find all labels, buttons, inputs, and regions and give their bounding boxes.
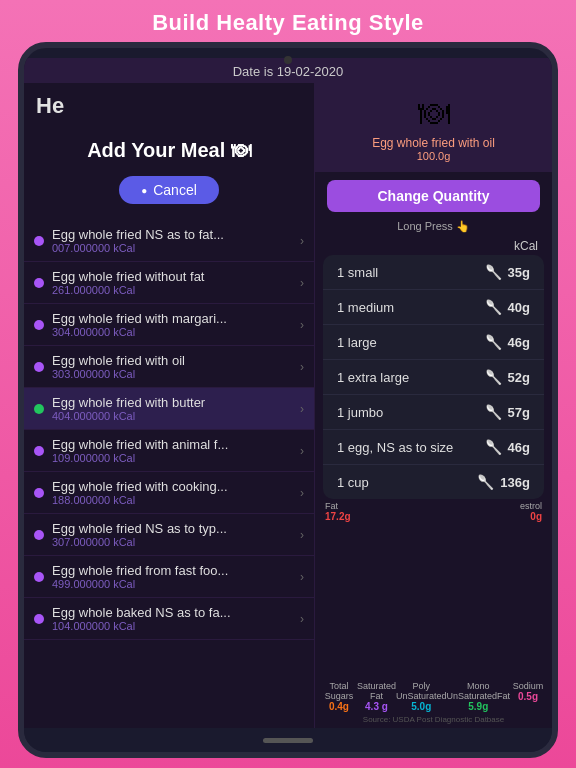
food-list-item[interactable]: Egg whole baked NS as to fa... 104.00000… <box>24 598 314 640</box>
add-meal-title: Add Your Meal 🍽 <box>34 139 304 162</box>
food-list-item[interactable]: Egg whole fried from fast foo... 499.000… <box>24 556 314 598</box>
fat-value: 17.2g <box>325 511 351 522</box>
qty-emoji: 🥄 <box>485 369 502 385</box>
nutrition-label: Saturated Fat <box>357 681 396 701</box>
qty-item[interactable]: 1 cup 🥄 136g <box>323 465 544 499</box>
food-item-content: Egg whole baked NS as to fa... 104.00000… <box>52 605 296 632</box>
food-list-item[interactable]: Egg whole fried with cooking... 188.0000… <box>24 472 314 514</box>
nutrition-value: 4.3 g <box>365 701 388 712</box>
nutrition-value: 5.0g <box>411 701 431 712</box>
qty-dropdown: 1 small 🥄 35g 1 medium 🥄 40g 1 large 🥄 4… <box>323 255 544 499</box>
qty-value: 52g <box>508 370 530 385</box>
qty-item[interactable]: 1 medium 🥄 40g <box>323 290 544 325</box>
qty-right: 🥄 52g <box>485 369 530 385</box>
food-list-item[interactable]: Egg whole fried NS as to typ... 307.0000… <box>24 514 314 556</box>
qty-emoji: 🥄 <box>477 474 494 490</box>
food-item-name: Egg whole fried with butter <box>52 395 296 410</box>
food-item-content: Egg whole fried with butter 404.000000 k… <box>52 395 296 422</box>
header-title: Build Healty Eating Style <box>152 0 424 42</box>
food-item-dot <box>34 320 44 330</box>
nutrition-value: 0.4g <box>329 701 349 712</box>
tablet-notch <box>284 56 292 64</box>
food-item-name: Egg whole fried with oil <box>52 353 296 368</box>
food-list-item[interactable]: Egg whole fried NS as to fat... 007.0000… <box>24 220 314 262</box>
food-item-kcal: 109.000000 kCal <box>52 452 296 464</box>
food-detail-top: 🍽 Egg whole fried with oil 100.0g <box>315 83 552 172</box>
food-item-kcal: 404.000000 kCal <box>52 410 296 422</box>
qty-value: 136g <box>500 475 530 490</box>
tablet-frame: Date is 19-02-2020 He Add Your Meal 🍽 Ca… <box>18 42 558 758</box>
food-detail-name: Egg whole fried with oil <box>372 136 495 150</box>
food-item-kcal: 304.000000 kCal <box>52 326 296 338</box>
food-item-dot <box>34 404 44 414</box>
food-item-content: Egg whole fried with cooking... 188.0000… <box>52 479 296 506</box>
qty-label: 1 cup <box>337 475 369 490</box>
qty-item[interactable]: 1 large 🥄 46g <box>323 325 544 360</box>
qty-item[interactable]: 1 small 🥄 35g <box>323 255 544 290</box>
qty-value: 57g <box>508 405 530 420</box>
qty-right: 🥄 136g <box>477 474 530 490</box>
food-item-dot <box>34 530 44 540</box>
qty-value: 40g <box>508 300 530 315</box>
food-item-name: Egg whole fried without fat <box>52 269 296 284</box>
food-item-content: Egg whole fried without fat 261.000000 k… <box>52 269 296 296</box>
food-list: Egg whole fried NS as to fat... 007.0000… <box>24 216 314 728</box>
long-press-label: Long Press 👆 <box>315 220 552 233</box>
food-item-dot <box>34 236 44 246</box>
food-item-content: Egg whole fried NS as to fat... 007.0000… <box>52 227 296 254</box>
qty-emoji: 🥄 <box>485 334 502 350</box>
food-list-item[interactable]: Egg whole fried with margari... 304.0000… <box>24 304 314 346</box>
food-item-arrow: › <box>300 444 304 458</box>
qty-right: 🥄 57g <box>485 404 530 420</box>
nutrition-value: 0.5g <box>518 691 538 702</box>
food-item-kcal: 261.000000 kCal <box>52 284 296 296</box>
food-item-kcal: 188.000000 kCal <box>52 494 296 506</box>
nutrition-col: Mono UnSaturatedFat 5.9g <box>447 681 511 712</box>
food-item-arrow: › <box>300 318 304 332</box>
food-item-content: Egg whole fried with oil 303.000000 kCal <box>52 353 296 380</box>
left-panel: He Add Your Meal 🍽 Cancel Egg whole frie… <box>24 83 314 728</box>
qty-item[interactable]: 1 extra large 🥄 52g <box>323 360 544 395</box>
right-panel: 🍽 Egg whole fried with oil 100.0g Change… <box>314 83 552 728</box>
qty-label: 1 extra large <box>337 370 409 385</box>
food-item-arrow: › <box>300 276 304 290</box>
qty-value: 46g <box>508 335 530 350</box>
fat-chol-row: Fat 17.2g estrol 0g <box>315 499 552 524</box>
qty-item[interactable]: 1 jumbo 🥄 57g <box>323 395 544 430</box>
change-qty-button[interactable]: Change Quantity <box>327 180 540 212</box>
food-list-item[interactable]: Egg whole fried with oil 303.000000 kCal… <box>24 346 314 388</box>
qty-label: 1 egg, NS as to size <box>337 440 453 455</box>
qty-emoji: 🥄 <box>485 439 502 455</box>
food-item-dot <box>34 446 44 456</box>
fat-label: Fat <box>325 501 351 511</box>
qty-label: 1 jumbo <box>337 405 383 420</box>
qty-value: 46g <box>508 440 530 455</box>
home-indicator <box>24 728 552 752</box>
food-item-arrow: › <box>300 360 304 374</box>
food-item-arrow: › <box>300 402 304 416</box>
qty-right: 🥄 46g <box>485 334 530 350</box>
food-list-item[interactable]: Egg whole fried without fat 261.000000 k… <box>24 262 314 304</box>
cancel-button[interactable]: Cancel <box>119 176 219 204</box>
food-item-name: Egg whole fried with cooking... <box>52 479 296 494</box>
home-bar <box>263 738 313 743</box>
nutrition-labels-row: Total Sugars 0.4g Saturated Fat 4.3 g Po… <box>321 679 546 714</box>
nutrition-col: Sodium 0.5g <box>510 681 546 712</box>
food-detail-weight: 100.0g <box>417 150 451 162</box>
food-item-kcal: 303.000000 kCal <box>52 368 296 380</box>
nutrition-col: Poly UnSaturated 5.0g <box>396 681 447 712</box>
kcal-label: kCal <box>514 239 538 253</box>
plate-icon: 🍽 <box>418 95 450 132</box>
food-item-kcal: 104.000000 kCal <box>52 620 296 632</box>
source-text: Source: USDA Post Diagnostic Datbase <box>321 714 546 726</box>
qty-value: 35g <box>508 265 530 280</box>
food-list-item[interactable]: Egg whole fried with animal f... 109.000… <box>24 430 314 472</box>
nutrition-label: Mono UnSaturatedFat <box>447 681 511 701</box>
food-item-dot <box>34 572 44 582</box>
chol-label: estrol <box>520 501 542 511</box>
food-item-kcal: 307.000000 kCal <box>52 536 296 548</box>
food-list-item[interactable]: Egg whole fried with butter 404.000000 k… <box>24 388 314 430</box>
qty-right: 🥄 40g <box>485 299 530 315</box>
qty-item[interactable]: 1 egg, NS as to size 🥄 46g <box>323 430 544 465</box>
food-item-dot <box>34 362 44 372</box>
